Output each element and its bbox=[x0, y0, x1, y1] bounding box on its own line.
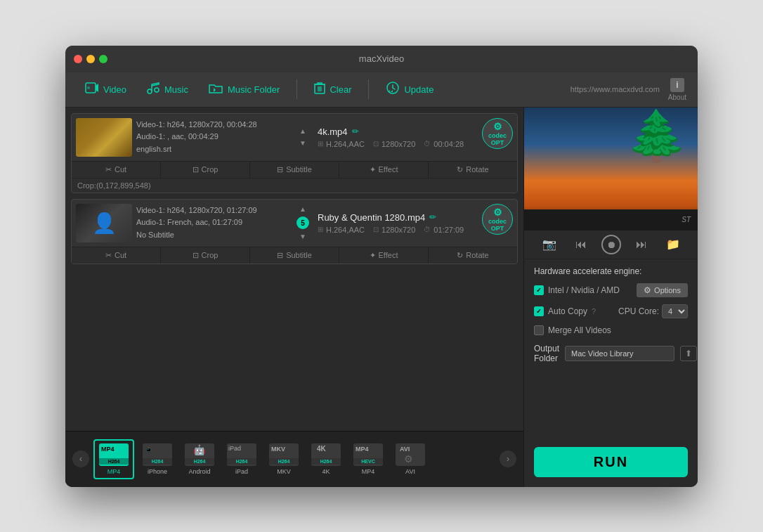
preset-4k[interactable]: 4K H264 4K bbox=[307, 441, 345, 478]
folder-up-button[interactable]: ⬆ bbox=[680, 346, 697, 361]
resolution-value: 1280x720 bbox=[382, 226, 415, 234]
run-button[interactable]: RUN bbox=[534, 447, 688, 477]
preset-prev-button[interactable]: ‹ bbox=[72, 450, 89, 467]
audio-count-badge: 5 bbox=[296, 216, 309, 229]
preview-bottom bbox=[524, 209, 698, 231]
video-icon bbox=[85, 82, 99, 98]
music-icon bbox=[146, 82, 160, 98]
codec-value: H.264,AAC bbox=[326, 226, 365, 234]
video-item: 👤 Video-1: h264, 1280x720, 01:27:09 Audi… bbox=[71, 199, 518, 264]
cut-button[interactable]: ✂ Cut bbox=[72, 162, 161, 178]
effect-button[interactable]: ✦ Effect bbox=[339, 247, 429, 264]
merge-checkbox[interactable] bbox=[534, 325, 544, 335]
preset-mkv[interactable]: MKV H264 MKV bbox=[265, 441, 303, 478]
next-frame-button[interactable]: ⏭ bbox=[632, 237, 651, 252]
minimize-button[interactable] bbox=[86, 55, 95, 63]
play-button[interactable]: ⏺ bbox=[601, 235, 621, 254]
intel-checkbox[interactable] bbox=[534, 285, 544, 295]
update-button[interactable]: Update bbox=[377, 78, 442, 101]
rotate-icon: ↻ bbox=[457, 165, 463, 174]
video-meta: Video-1: h264, 1280x720, 01:27:09 Audio-… bbox=[136, 204, 292, 242]
subtitle-icon: ⊟ bbox=[277, 251, 283, 260]
music-button[interactable]: Music bbox=[138, 79, 197, 100]
clear-button[interactable]: Clear bbox=[306, 79, 360, 100]
toolbar-separator2 bbox=[368, 79, 369, 99]
arrow-up-button[interactable]: ▲ bbox=[296, 126, 309, 136]
preset-name: AVI bbox=[405, 468, 415, 475]
preset-mp4-h264[interactable]: MP4 H264 MP4 bbox=[93, 439, 134, 479]
output-folder-row: Output Folder ⬆ 📁 bbox=[534, 344, 688, 363]
video-item: ✕ Video-1: h264, 1280x720, 00:04:28 Audi… bbox=[71, 113, 518, 193]
edit-icon[interactable]: ✏ bbox=[429, 212, 436, 222]
video-meta-text: Video-1: h264, 1280x720, 01:27:09 Audio-… bbox=[136, 205, 292, 242]
gear-icon: ⚙ bbox=[493, 121, 502, 132]
preset-icon: 🤖 H264 bbox=[185, 443, 214, 466]
cpu-core-label: CPU Core: bbox=[618, 306, 659, 316]
codec-opt-button[interactable]: ⚙ codec OPT bbox=[482, 118, 513, 149]
video-format-info: 4k.mp4 ✏ ⊞ H.264,AAC ⊡ 1280x720 bbox=[313, 118, 478, 157]
music-folder-button[interactable]: Music Folder bbox=[200, 79, 288, 100]
preset-iphone[interactable]: 📱 H264 iPhone bbox=[138, 441, 176, 478]
maximize-button[interactable] bbox=[99, 55, 107, 63]
folder-open-button[interactable]: 📁 bbox=[662, 236, 684, 252]
update-icon bbox=[386, 81, 400, 98]
cut-button[interactable]: ✂ Cut bbox=[72, 247, 161, 264]
preview-controls: 📷 ⏮ ⏺ ⏭ 📁 bbox=[524, 231, 698, 259]
codec-icon: ⊞ bbox=[318, 140, 323, 148]
video-meta-line1: Video-1: h264, 1280x720, 01:27:09 bbox=[136, 205, 292, 217]
prev-frame-button[interactable]: ⏮ bbox=[571, 237, 591, 252]
preset-ipad[interactable]: iPad H264 iPad bbox=[223, 441, 261, 478]
about-button[interactable]: i About bbox=[668, 78, 686, 101]
effect-label: Effect bbox=[379, 165, 398, 174]
merge-container: Merge All Videos bbox=[534, 325, 611, 335]
website-link[interactable]: https://www.macxdvd.com bbox=[570, 85, 660, 93]
subtitle-button[interactable]: ⊟ Subtitle bbox=[250, 247, 339, 264]
close-button[interactable] bbox=[74, 55, 82, 63]
preset-avi[interactable]: AVI ⚙ AVI bbox=[391, 441, 429, 478]
output-folder-input[interactable] bbox=[565, 346, 674, 361]
format-details: ⊞ H.264,AAC ⊡ 1280x720 ⏱ 01:27:09 bbox=[318, 226, 474, 234]
subtitle-button[interactable]: ⊟ Subtitle bbox=[250, 162, 339, 178]
cut-label: Cut bbox=[115, 165, 126, 174]
crop-button[interactable]: ⊡ Crop bbox=[161, 247, 250, 264]
preset-name: iPad bbox=[235, 468, 248, 475]
preset-next-button[interactable]: › bbox=[500, 450, 516, 467]
format-title: Ruby & Quentin 1280.mp4 ✏ bbox=[318, 212, 474, 223]
video-button[interactable]: Video bbox=[77, 79, 135, 100]
resolution-value: 1280x720 bbox=[382, 140, 415, 148]
auto-copy-checkbox[interactable] bbox=[534, 306, 544, 316]
crop-info: Crop:(0,172,899,548) bbox=[72, 178, 517, 193]
arrow-up-button[interactable]: ▲ bbox=[296, 205, 309, 214]
video-meta-line2: Audio-1: French, aac, 01:27:09 bbox=[136, 216, 292, 229]
options-gear-icon: ⚙ bbox=[644, 285, 651, 295]
crop-button[interactable]: ⊡ Crop bbox=[161, 162, 250, 178]
settings-section: Hardware accelerate engine: Intel / Nvid… bbox=[524, 259, 698, 439]
screenshot-button[interactable]: 📷 bbox=[538, 236, 561, 252]
options-button[interactable]: ⚙ Options bbox=[637, 283, 688, 297]
merge-row: Merge All Videos bbox=[534, 325, 688, 335]
arrow-down-button[interactable]: ▼ bbox=[296, 232, 309, 241]
preset-mp4-hevc[interactable]: MP4 HEVC MP4 bbox=[349, 441, 387, 478]
codec-info: ⊞ H.264,AAC bbox=[318, 140, 365, 148]
rotate-button[interactable]: ↻ Rotate bbox=[429, 162, 517, 178]
traffic-lights bbox=[74, 55, 107, 63]
titlebar: macXvideo bbox=[65, 46, 698, 72]
subtitle-label: Subtitle bbox=[286, 251, 312, 259]
preview-image: 🌲 ST bbox=[524, 108, 698, 231]
music-folder-label: Music Folder bbox=[228, 84, 280, 95]
arrow-down-button[interactable]: ▼ bbox=[296, 138, 309, 148]
video-meta-line1: Video-1: h264, 1280x720, 00:04:28 bbox=[136, 119, 292, 131]
clock-icon: ⏱ bbox=[424, 226, 431, 233]
resolution-icon: ⊡ bbox=[373, 140, 379, 148]
edit-icon[interactable]: ✏ bbox=[352, 126, 359, 136]
cpu-core-select[interactable]: 4 2 6 8 bbox=[662, 304, 688, 318]
help-icon[interactable]: ? bbox=[592, 307, 596, 316]
toolbar: Video Music Music Folder bbox=[65, 72, 698, 108]
rotate-button[interactable]: ↻ Rotate bbox=[429, 247, 517, 264]
auto-copy-container: Auto Copy ? bbox=[534, 306, 596, 316]
codec-opt-button[interactable]: ⚙ codec OPT bbox=[482, 204, 513, 235]
format-name: Ruby & Quentin 1280.mp4 bbox=[318, 212, 425, 223]
video-meta-line3: english.srt bbox=[136, 143, 292, 156]
preset-android[interactable]: 🤖 H264 Android bbox=[181, 441, 219, 478]
effect-button[interactable]: ✦ Effect bbox=[339, 162, 429, 178]
